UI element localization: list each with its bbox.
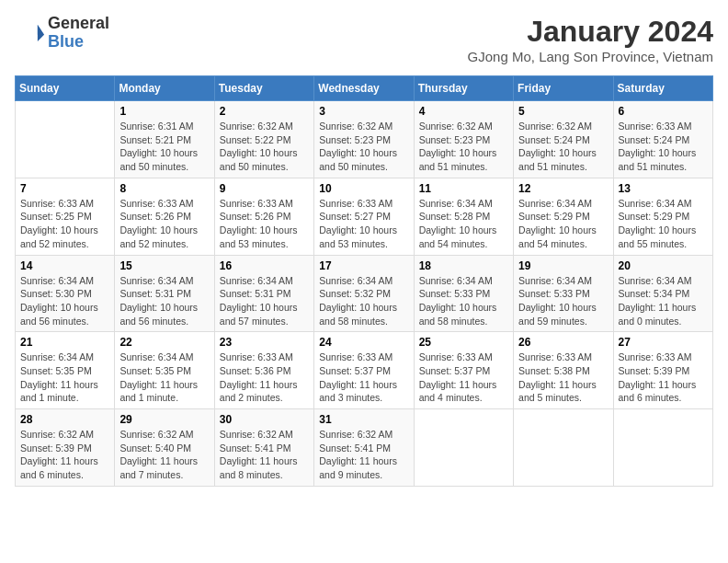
day-info: Sunrise: 6:34 AMSunset: 5:33 PMDaylight:…	[518, 274, 608, 328]
calendar-cell: 5Sunrise: 6:32 AMSunset: 5:24 PMDaylight…	[514, 101, 613, 178]
day-number: 25	[419, 336, 508, 349]
calendar-cell: 12Sunrise: 6:34 AMSunset: 5:29 PMDayligh…	[514, 178, 613, 255]
day-number: 20	[619, 259, 708, 272]
calendar-cell: 22Sunrise: 6:34 AMSunset: 5:35 PMDayligh…	[115, 332, 214, 409]
header-cell-friday: Friday	[514, 76, 613, 101]
calendar-cell: 30Sunrise: 6:32 AMSunset: 5:41 PMDayligh…	[214, 409, 313, 487]
day-number: 21	[20, 336, 109, 349]
calendar-cell: 11Sunrise: 6:34 AMSunset: 5:28 PMDayligh…	[414, 178, 513, 255]
location-subtitle: GJong Mo, Lang Son Province, Vietnam	[468, 49, 713, 64]
day-number: 10	[319, 182, 408, 195]
day-info: Sunrise: 6:32 AMSunset: 5:22 PMDaylight:…	[220, 120, 309, 174]
day-info: Sunrise: 6:34 AMSunset: 5:35 PMDaylight:…	[119, 350, 209, 405]
day-info: Sunrise: 6:33 AMSunset: 5:26 PMDaylight:…	[119, 197, 209, 251]
day-number: 8	[119, 182, 209, 195]
day-info: Sunrise: 6:32 AMSunset: 5:41 PMDaylight:…	[220, 428, 309, 482]
day-info: Sunrise: 6:33 AMSunset: 5:26 PMDaylight:…	[220, 197, 309, 251]
calendar-cell: 10Sunrise: 6:33 AMSunset: 5:27 PMDayligh…	[314, 178, 414, 255]
day-info: Sunrise: 6:32 AMSunset: 5:23 PMDaylight:…	[419, 120, 508, 174]
day-number: 11	[419, 182, 508, 195]
day-info: Sunrise: 6:32 AMSunset: 5:41 PMDaylight:…	[319, 428, 408, 482]
calendar-cell	[16, 101, 115, 178]
day-info: Sunrise: 6:32 AMSunset: 5:23 PMDaylight:…	[319, 120, 408, 174]
calendar-cell: 26Sunrise: 6:33 AMSunset: 5:38 PMDayligh…	[514, 332, 613, 409]
calendar-cell	[613, 409, 712, 487]
day-number: 26	[518, 336, 608, 349]
page-header: General Blue January 2024 GJong Mo, Lang…	[15, 15, 713, 64]
calendar-cell: 24Sunrise: 6:33 AMSunset: 5:37 PMDayligh…	[314, 332, 414, 409]
day-number: 28	[20, 413, 109, 426]
calendar-cell: 23Sunrise: 6:33 AMSunset: 5:36 PMDayligh…	[214, 332, 313, 409]
calendar-cell: 4Sunrise: 6:32 AMSunset: 5:23 PMDaylight…	[414, 101, 513, 178]
day-number: 15	[119, 259, 209, 272]
calendar-cell: 27Sunrise: 6:33 AMSunset: 5:39 PMDayligh…	[613, 332, 712, 409]
day-number: 6	[619, 105, 708, 118]
calendar-cell: 18Sunrise: 6:34 AMSunset: 5:33 PMDayligh…	[414, 255, 513, 332]
day-info: Sunrise: 6:34 AMSunset: 5:29 PMDaylight:…	[518, 197, 608, 251]
day-number: 22	[119, 336, 209, 349]
calendar-cell: 7Sunrise: 6:33 AMSunset: 5:25 PMDaylight…	[16, 178, 115, 255]
day-number: 2	[220, 105, 309, 118]
header-cell-tuesday: Tuesday	[214, 76, 313, 101]
calendar-cell: 6Sunrise: 6:33 AMSunset: 5:24 PMDaylight…	[613, 101, 712, 178]
day-info: Sunrise: 6:34 AMSunset: 5:31 PMDaylight:…	[119, 274, 209, 328]
day-number: 4	[419, 105, 508, 118]
header-cell-saturday: Saturday	[613, 76, 712, 101]
day-info: Sunrise: 6:31 AMSunset: 5:21 PMDaylight:…	[119, 120, 209, 174]
calendar-cell	[514, 409, 613, 487]
day-info: Sunrise: 6:34 AMSunset: 5:34 PMDaylight:…	[619, 274, 708, 328]
header-row: SundayMondayTuesdayWednesdayThursdayFrid…	[16, 76, 713, 101]
calendar-week-5: 28Sunrise: 6:32 AMSunset: 5:39 PMDayligh…	[16, 409, 713, 487]
calendar-cell: 28Sunrise: 6:32 AMSunset: 5:39 PMDayligh…	[16, 409, 115, 487]
calendar-week-1: 1Sunrise: 6:31 AMSunset: 5:21 PMDaylight…	[16, 101, 713, 178]
day-number: 18	[419, 259, 508, 272]
calendar-cell: 20Sunrise: 6:34 AMSunset: 5:34 PMDayligh…	[613, 255, 712, 332]
day-number: 17	[319, 259, 408, 272]
calendar-cell: 17Sunrise: 6:34 AMSunset: 5:32 PMDayligh…	[314, 255, 414, 332]
day-info: Sunrise: 6:32 AMSunset: 5:24 PMDaylight:…	[518, 120, 608, 174]
calendar-table: SundayMondayTuesdayWednesdayThursdayFrid…	[15, 75, 713, 487]
calendar-cell: 14Sunrise: 6:34 AMSunset: 5:30 PMDayligh…	[16, 255, 115, 332]
day-number: 7	[20, 182, 109, 195]
calendar-cell: 8Sunrise: 6:33 AMSunset: 5:26 PMDaylight…	[115, 178, 214, 255]
day-info: Sunrise: 6:32 AMSunset: 5:40 PMDaylight:…	[119, 428, 209, 482]
logo-text: General Blue	[48, 15, 109, 52]
calendar-week-2: 7Sunrise: 6:33 AMSunset: 5:25 PMDaylight…	[16, 178, 713, 255]
day-number: 24	[319, 336, 408, 349]
calendar-cell: 3Sunrise: 6:32 AMSunset: 5:23 PMDaylight…	[314, 101, 414, 178]
calendar-cell: 15Sunrise: 6:34 AMSunset: 5:31 PMDayligh…	[115, 255, 214, 332]
day-number: 13	[619, 182, 708, 195]
day-number: 29	[119, 413, 209, 426]
day-info: Sunrise: 6:33 AMSunset: 5:37 PMDaylight:…	[319, 350, 408, 405]
logo: General Blue	[15, 15, 109, 52]
day-number: 5	[518, 105, 608, 118]
day-info: Sunrise: 6:32 AMSunset: 5:39 PMDaylight:…	[20, 428, 109, 482]
logo-icon	[15, 18, 44, 48]
calendar-cell: 13Sunrise: 6:34 AMSunset: 5:29 PMDayligh…	[613, 178, 712, 255]
header-cell-sunday: Sunday	[16, 76, 115, 101]
day-number: 3	[319, 105, 408, 118]
day-info: Sunrise: 6:33 AMSunset: 5:36 PMDaylight:…	[220, 350, 309, 405]
header-cell-wednesday: Wednesday	[314, 76, 414, 101]
day-number: 30	[220, 413, 309, 426]
title-block: January 2024 GJong Mo, Lang Son Province…	[468, 15, 713, 64]
day-number: 23	[220, 336, 309, 349]
day-info: Sunrise: 6:34 AMSunset: 5:29 PMDaylight:…	[619, 197, 708, 251]
calendar-cell	[414, 409, 513, 487]
calendar-cell: 2Sunrise: 6:32 AMSunset: 5:22 PMDaylight…	[214, 101, 313, 178]
calendar-cell: 19Sunrise: 6:34 AMSunset: 5:33 PMDayligh…	[514, 255, 613, 332]
day-number: 1	[119, 105, 209, 118]
day-number: 9	[220, 182, 309, 195]
calendar-header: SundayMondayTuesdayWednesdayThursdayFrid…	[16, 76, 713, 101]
day-info: Sunrise: 6:34 AMSunset: 5:30 PMDaylight:…	[20, 274, 109, 328]
calendar-cell: 29Sunrise: 6:32 AMSunset: 5:40 PMDayligh…	[115, 409, 214, 487]
day-number: 27	[619, 336, 708, 349]
calendar-cell: 9Sunrise: 6:33 AMSunset: 5:26 PMDaylight…	[214, 178, 313, 255]
calendar-week-3: 14Sunrise: 6:34 AMSunset: 5:30 PMDayligh…	[16, 255, 713, 332]
calendar-week-4: 21Sunrise: 6:34 AMSunset: 5:35 PMDayligh…	[16, 332, 713, 409]
calendar-cell: 16Sunrise: 6:34 AMSunset: 5:31 PMDayligh…	[214, 255, 313, 332]
day-number: 31	[319, 413, 408, 426]
day-number: 19	[518, 259, 608, 272]
svg-marker-1	[38, 25, 44, 41]
day-info: Sunrise: 6:34 AMSunset: 5:31 PMDaylight:…	[220, 274, 309, 328]
